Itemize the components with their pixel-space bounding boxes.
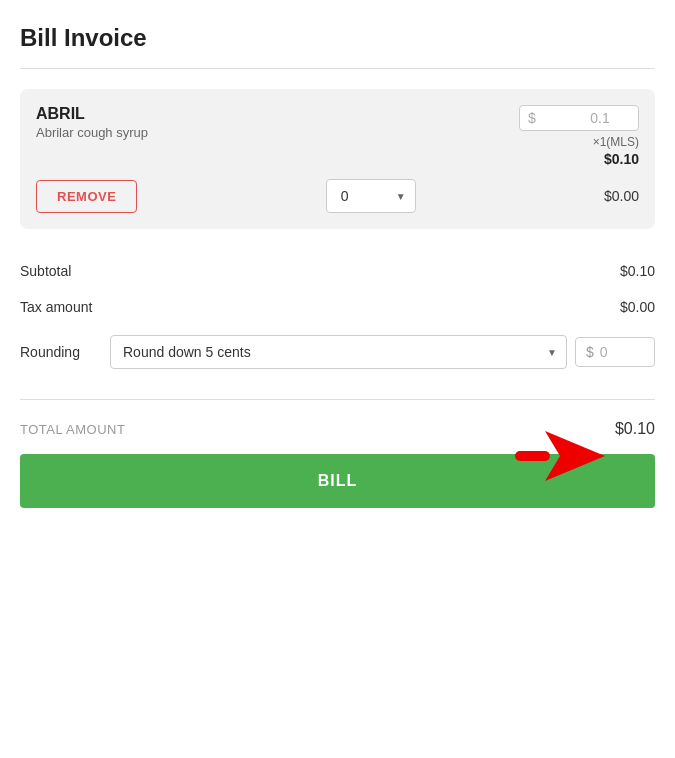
rounding-select-wrapper: Round down 5 cents Round up 5 cents No r… (110, 335, 567, 369)
page-title: Bill Invoice (20, 24, 655, 52)
subtotal-row: Subtotal $0.10 (20, 253, 655, 289)
total-amount: $0.10 (615, 420, 655, 438)
item-price-box: $ ×1(MLS) $0.10 (519, 105, 639, 167)
item-info: ABRIL Abrilar cough syrup (36, 105, 148, 140)
tax-row: Tax amount $0.00 (20, 289, 655, 325)
title-divider (20, 68, 655, 69)
bill-button-container: BILL (20, 454, 655, 508)
tax-value: $0.00 (620, 299, 655, 315)
total-label: TOTAL AMOUNT (20, 422, 125, 437)
rounding-row: Rounding Round down 5 cents Round up 5 c… (20, 325, 655, 379)
total-row: TOTAL AMOUNT $0.10 (20, 420, 655, 438)
item-card: ABRIL Abrilar cough syrup $ ×1(MLS) $0.1… (20, 89, 655, 229)
rounding-select[interactable]: Round down 5 cents Round up 5 cents No r… (110, 335, 567, 369)
item-multiplier: ×1(MLS) (593, 135, 639, 149)
subtotal-value: $0.10 (620, 263, 655, 279)
rounding-currency-symbol: $ (586, 344, 594, 360)
remove-button[interactable]: REMOVE (36, 180, 137, 213)
rounding-amount-wrapper: $ 0 (575, 337, 655, 367)
quantity-select-wrapper: 0 1 2 3 4 5 ▼ (326, 179, 416, 213)
rounding-amount-value: 0 (600, 344, 608, 360)
item-name: ABRIL (36, 105, 148, 123)
quantity-select[interactable]: 0 1 2 3 4 5 (326, 179, 416, 213)
line-amount: $0.00 (604, 188, 639, 204)
unit-price-currency: $ (528, 110, 536, 126)
total-section: TOTAL AMOUNT $0.10 BILL (20, 408, 655, 508)
rounding-label: Rounding (20, 344, 110, 360)
unit-price-input[interactable] (540, 110, 610, 126)
rounding-controls: Round down 5 cents Round up 5 cents No r… (110, 335, 655, 369)
item-total: $0.10 (604, 151, 639, 167)
item-description: Abrilar cough syrup (36, 125, 148, 140)
unit-price-input-wrapper: $ (519, 105, 639, 131)
summary-divider (20, 399, 655, 400)
tax-label: Tax amount (20, 299, 92, 315)
summary-section: Subtotal $0.10 Tax amount $0.00 Rounding… (20, 253, 655, 379)
subtotal-label: Subtotal (20, 263, 71, 279)
bill-button[interactable]: BILL (20, 454, 655, 508)
